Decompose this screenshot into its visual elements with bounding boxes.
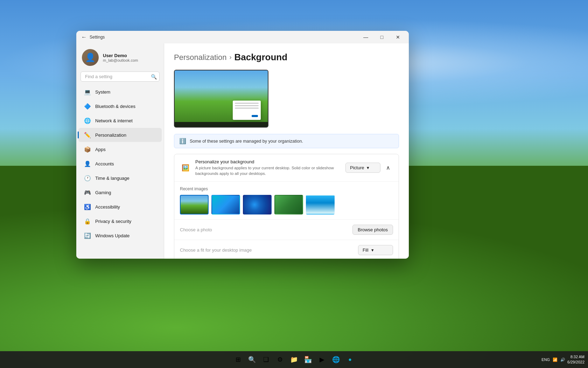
sidebar-item-personalization[interactable]: ✏️ Personalization bbox=[78, 128, 162, 142]
volume-icon[interactable]: 🔊 bbox=[560, 357, 565, 362]
taskbar-date-display: 6/29/2022 bbox=[567, 360, 584, 365]
network-tray-icon[interactable]: 📶 bbox=[553, 357, 558, 362]
close-button[interactable]: ✕ bbox=[390, 32, 406, 43]
sidebar-label-time: Time & language bbox=[95, 176, 130, 181]
choose-photo-row: Choose a photo Browse photos bbox=[174, 220, 399, 240]
sidebar-label-privacy: Privacy & security bbox=[95, 219, 131, 224]
info-message: Some of these settings are managed by yo… bbox=[190, 139, 303, 144]
title-bar-left: ← Settings bbox=[81, 34, 105, 40]
breadcrumb-parent[interactable]: Personalization bbox=[174, 53, 226, 62]
taskbar-center: ⊞ 🔍 ❑ ⚙ 📁 🏪 ▶ 🌐 ● bbox=[232, 353, 356, 366]
breadcrumb-separator: › bbox=[229, 54, 231, 61]
recent-images-section: Recent images bbox=[174, 182, 399, 220]
accessibility-icon: ♿ bbox=[84, 203, 91, 210]
sidebar-item-windows-update[interactable]: 🔄 Windows Update bbox=[78, 229, 162, 243]
choose-fit-label: Choose a fit for your desktop image bbox=[180, 247, 358, 253]
edge-button[interactable]: 🌐 bbox=[330, 353, 342, 366]
language-indicator[interactable]: ENG bbox=[541, 357, 550, 362]
background-type-value: Picture bbox=[350, 165, 364, 170]
preview-window bbox=[233, 101, 261, 120]
recent-image-3[interactable] bbox=[243, 195, 272, 214]
terminal-button[interactable]: ▶ bbox=[316, 353, 328, 366]
window-title: Settings bbox=[90, 35, 105, 40]
sidebar-item-accessibility[interactable]: ♿ Accessibility bbox=[78, 200, 162, 214]
back-button[interactable]: ← bbox=[81, 34, 87, 40]
user-info: User Demo m_lab@outlook.com bbox=[103, 53, 138, 62]
recent-image-1[interactable] bbox=[180, 195, 209, 214]
preview-line-1 bbox=[235, 103, 259, 104]
preview-window-button bbox=[252, 115, 258, 117]
info-icon: ℹ️ bbox=[179, 138, 186, 144]
background-row-desc: A picture background applies to your cur… bbox=[195, 165, 345, 176]
search-taskbar-button[interactable]: 🔍 bbox=[246, 353, 258, 366]
minimize-button[interactable]: — bbox=[358, 32, 374, 43]
preview-taskbar bbox=[175, 122, 268, 127]
time-icon: 🕐 bbox=[84, 175, 91, 182]
user-email: m_lab@outlook.com bbox=[103, 58, 138, 62]
recent-image-2[interactable] bbox=[211, 195, 240, 214]
gaming-icon: 🎮 bbox=[84, 189, 91, 196]
search-input[interactable] bbox=[80, 71, 160, 82]
personalize-background-row: 🖼️ Personalize your background A picture… bbox=[174, 154, 399, 182]
personalization-icon: ✏️ bbox=[84, 131, 91, 138]
task-view-button[interactable]: ❑ bbox=[260, 353, 272, 366]
title-bar-controls: — □ ✕ bbox=[358, 32, 406, 43]
sidebar: 👤 User Demo m_lab@outlook.com 🔍 💻 System bbox=[76, 43, 164, 259]
file-explorer-button[interactable]: 📁 bbox=[288, 353, 300, 366]
sidebar-label-gaming: Gaming bbox=[95, 190, 111, 195]
background-row-title: Personalize your background bbox=[195, 159, 345, 164]
fit-chevron-icon: ▾ bbox=[371, 247, 374, 253]
user-profile[interactable]: 👤 User Demo m_lab@outlook.com bbox=[76, 43, 164, 70]
sidebar-item-system[interactable]: 💻 System bbox=[78, 85, 162, 99]
settings-window: ← Settings — □ ✕ 👤 User Demo m_lab@outlo… bbox=[76, 31, 409, 259]
sidebar-item-privacy[interactable]: 🔒 Privacy & security bbox=[78, 214, 162, 228]
taskbar-time-display: 8:32 AM bbox=[567, 354, 584, 360]
maximize-button[interactable]: □ bbox=[374, 32, 390, 43]
sidebar-item-apps[interactable]: 📦 Apps bbox=[78, 142, 162, 156]
browse-photos-button[interactable]: Browse photos bbox=[352, 225, 393, 235]
window-content: 👤 User Demo m_lab@outlook.com 🔍 💻 System bbox=[76, 43, 409, 259]
windows-update-icon: 🔄 bbox=[84, 232, 91, 239]
dropdown-chevron-icon: ▾ bbox=[367, 165, 369, 170]
sidebar-label-accounts: Accounts bbox=[95, 161, 114, 166]
start-button[interactable]: ⊞ bbox=[232, 353, 244, 366]
sidebar-item-bluetooth[interactable]: 🔷 Bluetooth & devices bbox=[78, 99, 162, 113]
background-row-control: Picture ▾ ∧ bbox=[345, 163, 393, 173]
expand-background-toggle[interactable]: ∧ bbox=[383, 163, 393, 173]
sidebar-label-bluetooth: Bluetooth & devices bbox=[95, 104, 135, 109]
recent-image-4[interactable] bbox=[274, 195, 303, 214]
sidebar-label-accessibility: Accessibility bbox=[95, 204, 120, 210]
bluetooth-icon: 🔷 bbox=[84, 103, 91, 110]
sidebar-item-accounts[interactable]: 👤 Accounts bbox=[78, 157, 162, 171]
recent-image-5[interactable] bbox=[306, 195, 335, 214]
sidebar-item-network[interactable]: 🌐 Network & internet bbox=[78, 114, 162, 128]
main-content: Personalization › Background ℹ️ Some of … bbox=[164, 43, 409, 259]
recent-images-label: Recent images bbox=[180, 186, 393, 191]
choose-fit-row: Choose a fit for your desktop image Fill… bbox=[174, 240, 399, 259]
title-bar: ← Settings — □ ✕ bbox=[76, 31, 409, 43]
fit-dropdown[interactable]: Fill ▾ bbox=[358, 245, 393, 255]
preview-line-2 bbox=[235, 105, 259, 106]
settings-taskbar-button[interactable]: ⚙ bbox=[274, 353, 286, 366]
sidebar-nav: 💻 System 🔷 Bluetooth & devices 🌐 Network… bbox=[76, 84, 164, 243]
background-row-info: Personalize your background A picture ba… bbox=[195, 159, 345, 176]
user-name: User Demo bbox=[103, 53, 138, 58]
sidebar-label-windows-update: Windows Update bbox=[95, 233, 130, 238]
sidebar-item-gaming[interactable]: 🎮 Gaming bbox=[78, 185, 162, 199]
recent-images-grid bbox=[180, 195, 393, 214]
choose-fit-info: Choose a fit for your desktop image bbox=[180, 247, 358, 253]
sidebar-label-apps: Apps bbox=[95, 147, 106, 152]
store-button[interactable]: 🏪 bbox=[302, 353, 314, 366]
background-type-dropdown[interactable]: Picture ▾ bbox=[345, 163, 380, 173]
sidebar-item-time[interactable]: 🕐 Time & language bbox=[78, 171, 162, 185]
network-icon: 🌐 bbox=[84, 117, 91, 124]
apps-icon: 📦 bbox=[84, 146, 91, 153]
fit-value: Fill bbox=[363, 247, 369, 253]
sidebar-label-network: Network & internet bbox=[95, 118, 133, 123]
desktop-preview bbox=[174, 70, 268, 128]
background-settings-section: 🖼️ Personalize your background A picture… bbox=[174, 154, 399, 259]
choose-fit-control: Fill ▾ bbox=[358, 245, 393, 255]
taskbar-clock[interactable]: 8:32 AM 6/29/2022 bbox=[567, 354, 584, 365]
app-button[interactable]: ● bbox=[344, 353, 356, 366]
avatar: 👤 bbox=[82, 49, 99, 66]
